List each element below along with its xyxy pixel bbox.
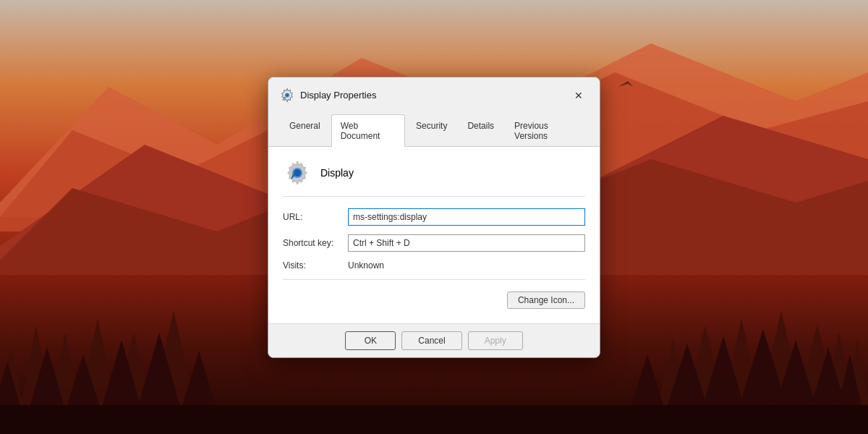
item-header: Display: [283, 158, 585, 197]
display-properties-dialog: ↗ Display Properties ✕ General Web Docum…: [268, 77, 600, 358]
apply-button[interactable]: Apply: [468, 331, 523, 350]
dialog-content: Display URL: Shortcut key: Visits: Unkno…: [268, 147, 600, 323]
title-bar: ↗ Display Properties ✕: [268, 77, 600, 114]
divider: [283, 279, 585, 280]
tab-details[interactable]: Details: [458, 114, 503, 147]
url-row: URL:: [283, 208, 585, 226]
dialog-overlay: ↗ Display Properties ✕ General Web Docum…: [0, 0, 868, 434]
tab-general[interactable]: General: [280, 114, 330, 147]
display-icon: [283, 158, 312, 187]
shortcut-row: Shortcut key:: [283, 234, 585, 252]
tab-web-document[interactable]: Web Document: [331, 114, 405, 147]
tab-security[interactable]: Security: [407, 114, 456, 147]
visits-label: Visits:: [283, 260, 348, 271]
svg-point-38: [294, 169, 301, 176]
dialog-title: Display Properties: [300, 90, 377, 101]
change-icon-button[interactable]: Change Icon...: [507, 292, 585, 309]
ok-button[interactable]: OK: [345, 331, 396, 350]
url-label: URL:: [283, 212, 348, 222]
tab-previous-versions[interactable]: Previous Versions: [505, 114, 588, 147]
tab-bar: General Web Document Security Details Pr…: [268, 114, 600, 147]
change-icon-row: Change Icon...: [283, 289, 585, 312]
visits-value: Unknown: [348, 260, 384, 271]
dialog-footer: OK Cancel Apply: [268, 323, 600, 357]
url-input[interactable]: [348, 208, 585, 226]
svg-text:↗: ↗: [281, 95, 286, 102]
shortcut-input[interactable]: [348, 234, 585, 252]
shortcut-label: Shortcut key:: [283, 238, 348, 248]
item-name: Display: [320, 167, 354, 179]
settings-icon: ↗: [280, 88, 294, 103]
visits-row: Visits: Unknown: [283, 260, 585, 271]
cancel-button[interactable]: Cancel: [401, 331, 461, 350]
title-bar-left: ↗ Display Properties: [280, 88, 377, 103]
close-button[interactable]: ✕: [569, 86, 588, 105]
